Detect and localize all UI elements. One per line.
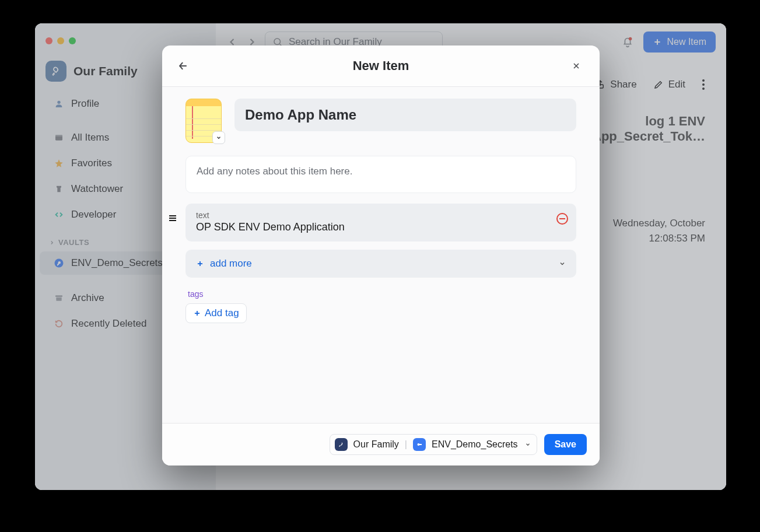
vault-mini-icon xyxy=(413,438,426,451)
modal-footer: Our Family | ENV_Demo_Secrets Save xyxy=(162,423,600,466)
new-item-modal: New Item Add any notes about this item h… xyxy=(162,46,600,466)
chevron-down-icon xyxy=(559,260,566,267)
item-category-icon[interactable] xyxy=(185,99,223,143)
modal-back-button[interactable] xyxy=(177,60,190,72)
save-location-selector[interactable]: Our Family | ENV_Demo_Secrets xyxy=(330,434,537,455)
chevron-down-icon xyxy=(525,442,531,447)
add-more-label: add more xyxy=(210,258,252,270)
modal-header: New Item xyxy=(162,46,600,87)
item-name-input[interactable] xyxy=(234,99,576,131)
modal-title: New Item xyxy=(353,58,409,74)
chevron-down-icon xyxy=(212,131,225,144)
item-notes-input[interactable]: Add any notes about this item here. xyxy=(185,156,576,193)
save-button[interactable]: Save xyxy=(544,434,587,455)
notes-placeholder: Add any notes about this item here. xyxy=(197,166,352,177)
modal-close-button[interactable] xyxy=(572,61,584,71)
add-tag-label: Add tag xyxy=(205,307,239,319)
svg-point-13 xyxy=(418,443,420,446)
save-button-label: Save xyxy=(555,439,576,449)
modal-body: Add any notes about this item here. text… xyxy=(162,87,600,423)
tags-section-label: tags xyxy=(188,289,576,299)
field-value: OP SDK ENV Demo Application xyxy=(196,221,566,233)
drag-handle-icon[interactable] xyxy=(168,214,177,222)
save-location-vault: ENV_Demo_Secrets xyxy=(432,439,518,450)
add-tag-button[interactable]: Add tag xyxy=(185,303,247,323)
custom-field-row[interactable]: text OP SDK ENV Demo Application xyxy=(185,204,576,242)
account-mini-icon xyxy=(335,438,348,451)
svg-rect-12 xyxy=(559,218,565,219)
remove-field-button[interactable] xyxy=(556,213,568,225)
field-type-label: text xyxy=(196,211,566,220)
add-more-fields-button[interactable]: add more xyxy=(185,250,576,278)
svg-rect-14 xyxy=(419,444,422,445)
save-location-account: Our Family xyxy=(353,439,399,450)
